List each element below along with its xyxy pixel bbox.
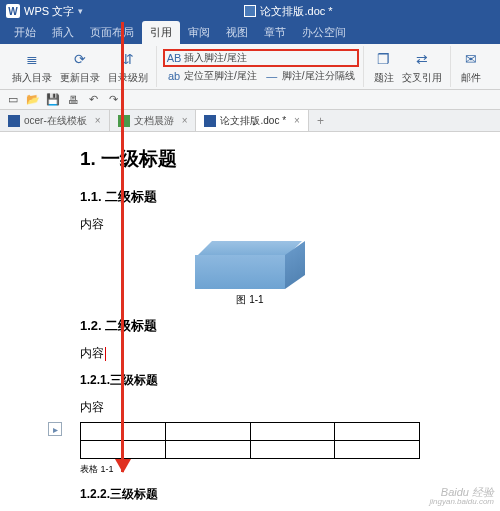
redo-icon[interactable]: ↷: [106, 93, 120, 107]
menu-item-1[interactable]: 插入: [44, 21, 82, 44]
update-toc-button[interactable]: ⟳ 更新目录: [56, 47, 104, 87]
goto-icon: ab: [167, 69, 181, 83]
text-cursor: [105, 347, 106, 361]
caption-label: 题注: [374, 71, 394, 85]
goto-footnote-button[interactable]: ab 定位至脚注/尾注: [163, 67, 261, 85]
update-toc-label: 更新目录: [60, 71, 100, 85]
menu-item-0[interactable]: 开始: [6, 21, 44, 44]
tab-add-button[interactable]: +: [309, 114, 332, 128]
left-gutter: ▸: [0, 132, 70, 511]
watermark-sub: jingyan.baidu.com: [430, 498, 494, 507]
doc-title-text: 论文排版.doc *: [260, 4, 332, 19]
caption-icon: ❐: [374, 49, 394, 69]
table-row: [81, 423, 420, 441]
footnote-icon: AB: [167, 51, 181, 65]
document-tabs: ocer-在线模板×文档晨游×论文排版.doc *×+: [0, 110, 500, 132]
arrow-head-icon: [115, 459, 131, 473]
insert-toc-label: 插入目录: [12, 71, 52, 85]
ribbon: ≣ 插入目录 ⟳ 更新目录 ⇵ 目录级别 AB 插入脚注/尾注 ab 定位至脚注…: [0, 44, 500, 90]
tab-close-icon[interactable]: ×: [294, 115, 300, 126]
heading-1-2-1: 1.2.1.三级标题: [80, 372, 420, 389]
menu-item-5[interactable]: 视图: [218, 21, 256, 44]
table-1: [80, 422, 420, 459]
menu-item-6[interactable]: 章节: [256, 21, 294, 44]
h1-text: 一级标题: [101, 148, 177, 169]
menu-item-4[interactable]: 审阅: [180, 21, 218, 44]
menu-item-7[interactable]: 办公空间: [294, 21, 354, 44]
content-text-3: 内容: [80, 399, 420, 416]
ribbon-group-footnote: AB 插入脚注/尾注 ab 定位至脚注/尾注 — 脚注/尾注分隔线: [159, 46, 364, 87]
menu-item-3[interactable]: 引用: [142, 21, 180, 44]
mail-button[interactable]: ✉ 邮件: [457, 47, 485, 87]
document-body: 1. 一级标题 1.1. 二级标题 内容 图 1-1 1.2. 二级标题 内容 …: [70, 132, 440, 511]
insert-toc-button[interactable]: ≣ 插入目录: [8, 47, 56, 87]
heading-1: 1. 一级标题: [80, 146, 420, 172]
open-icon[interactable]: 📂: [26, 93, 40, 107]
toc-icon: ≣: [22, 49, 42, 69]
content-2-text: 内容: [80, 346, 104, 360]
insert-footnote-button[interactable]: AB 插入脚注/尾注: [163, 49, 359, 67]
table-row: [81, 441, 420, 459]
new-icon[interactable]: ▭: [6, 93, 20, 107]
table-caption: 表格 1-1: [80, 463, 420, 476]
save-icon[interactable]: 💾: [46, 93, 60, 107]
toc-level-label: 目录级别: [108, 71, 148, 85]
watermark: Baidu 经验 jingyan.baidu.com: [430, 486, 494, 507]
app-logo: W: [6, 4, 20, 18]
doc-tab-0[interactable]: ocer-在线模板×: [0, 110, 110, 131]
tab-doc-icon: [204, 115, 216, 127]
h1-prefix: 1.: [80, 148, 101, 169]
caption-button[interactable]: ❐ 题注: [370, 47, 398, 87]
goto-footnote-label: 定位至脚注/尾注: [184, 69, 257, 83]
quick-access-toolbar: ▭ 📂 💾 🖶 ↶ ↷: [0, 90, 500, 110]
page-indicator-icon[interactable]: ▸: [48, 422, 62, 436]
tab-close-icon[interactable]: ×: [182, 115, 188, 126]
doc-tab-2[interactable]: 论文排版.doc *×: [196, 110, 308, 131]
menu-bar: 开始插入页面布局引用审阅视图章节办公空间: [0, 22, 500, 44]
undo-icon[interactable]: ↶: [86, 93, 100, 107]
ribbon-group-mail: ✉ 邮件: [453, 46, 489, 87]
document-canvas[interactable]: ▸ 1. 一级标题 1.1. 二级标题 内容 图 1-1 1.2. 二级标题 内…: [0, 132, 500, 511]
crossref-label: 交叉引用: [402, 71, 442, 85]
print-icon[interactable]: 🖶: [66, 93, 80, 107]
tab-doc-icon: [8, 115, 20, 127]
doc-icon: [244, 5, 256, 17]
refresh-icon: ⟳: [70, 49, 90, 69]
mail-label: 邮件: [461, 71, 481, 85]
annotation-arrow: [121, 22, 124, 472]
figure-1: 图 1-1: [80, 241, 420, 307]
cuboid-shape: [195, 241, 305, 289]
heading-1-1: 1.1. 二级标题: [80, 188, 420, 206]
content-text-1: 内容: [80, 216, 420, 233]
title-bar: W WPS 文字 ▾ 论文排版.doc *: [0, 0, 500, 22]
crossref-icon: ⇄: [412, 49, 432, 69]
heading-1-2-2: 1.2.2.三级标题: [80, 486, 420, 503]
tab-label: 文档晨游: [134, 114, 174, 128]
ribbon-group-caption: ❐ 题注 ⇄ 交叉引用: [366, 46, 451, 87]
insert-footnote-label: 插入脚注/尾注: [184, 51, 247, 65]
crossref-button[interactable]: ⇄ 交叉引用: [398, 47, 446, 87]
titlebar-doc-name: 论文排版.doc *: [83, 4, 494, 19]
menu-item-2[interactable]: 页面布局: [82, 21, 142, 44]
footnote-sep-button[interactable]: — 脚注/尾注分隔线: [261, 67, 359, 85]
tab-label: 论文排版.doc *: [220, 114, 286, 128]
app-name: WPS 文字: [24, 4, 74, 19]
heading-1-2: 1.2. 二级标题: [80, 317, 420, 335]
separator-icon: —: [265, 69, 279, 83]
content-text-2: 内容: [80, 345, 420, 362]
tab-close-icon[interactable]: ×: [95, 115, 101, 126]
mail-icon: ✉: [461, 49, 481, 69]
toc-level-button[interactable]: ⇵ 目录级别: [104, 47, 152, 87]
figure-caption: 图 1-1: [80, 293, 420, 307]
footnote-sep-label: 脚注/尾注分隔线: [282, 69, 355, 83]
ribbon-group-toc: ≣ 插入目录 ⟳ 更新目录 ⇵ 目录级别: [4, 46, 157, 87]
tab-label: ocer-在线模板: [24, 114, 87, 128]
